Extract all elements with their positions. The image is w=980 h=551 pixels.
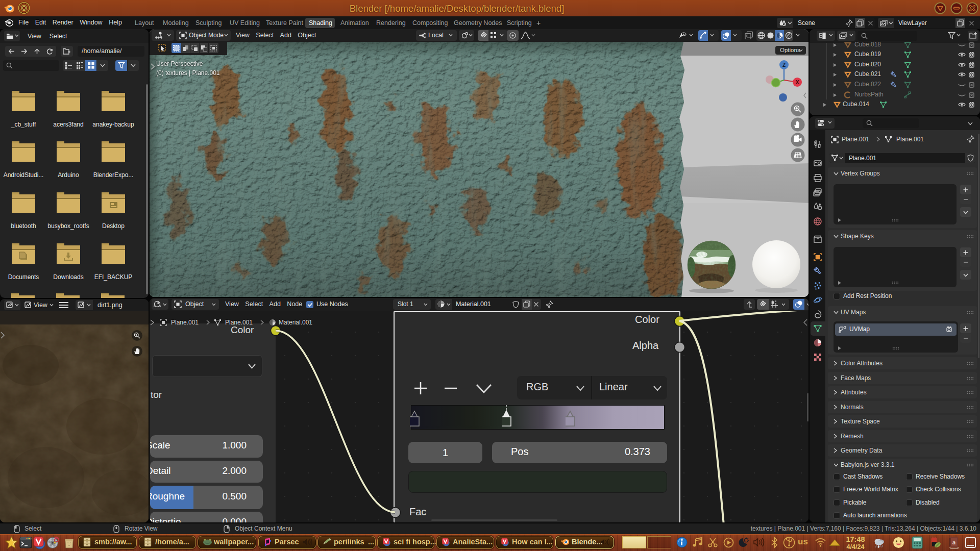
svg-text:Z: Z — [782, 62, 786, 68]
svg-text:X: X — [796, 80, 799, 85]
svg-text:a: a — [952, 538, 956, 546]
